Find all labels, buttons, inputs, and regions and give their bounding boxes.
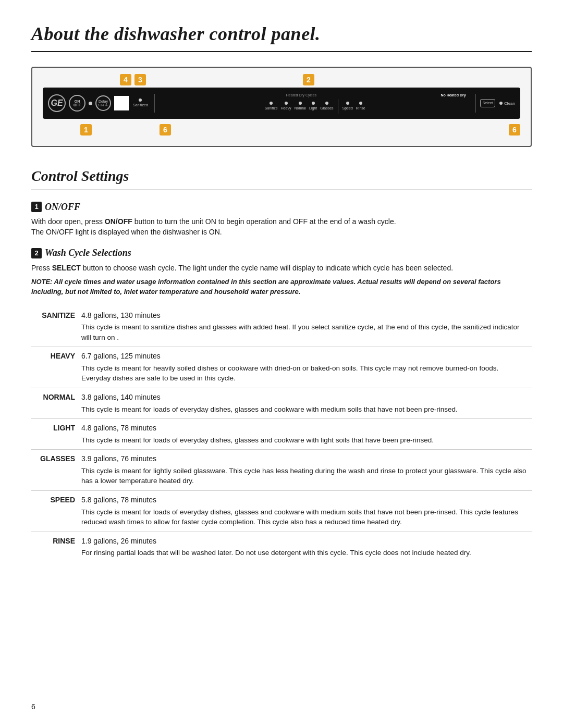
section-1-text: With door open, press ON/OFF button to t…	[31, 216, 532, 238]
sanitized-indicator: Sanitized	[133, 98, 148, 108]
cycle-name-cell: LIGHT	[31, 419, 78, 450]
cycle-desc: This cycle is meant for heavily soiled d…	[81, 363, 529, 384]
control-panel-bar: GE ON OFF Delay 1-24 Hr. Sanitized Heate…	[43, 88, 520, 119]
cycle-info-cell: 5.8 gallons, 78 minutes This cycle is me…	[78, 491, 532, 532]
cycle-desc: This cycle is meant for lightly soiled g…	[81, 466, 529, 486]
panel-right-controls: Select Clean	[480, 99, 515, 107]
cycle-controls-center: Heated Dry Cycles No Heated Dry Sanitize…	[159, 93, 471, 114]
cycle-info-cell: 6.7 gallons, 125 minutes This cycle is m…	[78, 347, 532, 388]
section-2-note: NOTE: All cycle times and water usage in…	[31, 277, 532, 297]
section-2: 2 Wash Cycle Selections Press SELECT but…	[31, 246, 532, 297]
clean-indicator: Clean	[499, 101, 515, 106]
cycle-name-cell: NORMAL	[31, 388, 78, 418]
cycle-name-cell: SPEED	[31, 491, 78, 532]
page-title: About the dishwasher control panel.	[31, 21, 532, 47]
cycle-info-cell: 3.8 gallons, 140 minutes This cycle is m…	[78, 388, 532, 418]
cycle-info-cell: 1.9 gallons, 26 minutes For rinsing part…	[78, 532, 532, 562]
table-row: GLASSES 3.9 gallons, 76 minutes This cyc…	[31, 450, 532, 491]
no-heated-dry-label: No Heated Dry	[384, 93, 466, 98]
callout-6-right: 6	[509, 124, 520, 135]
cycle-sanitize: Sanitize	[265, 102, 278, 111]
cycle-name-cell: RINSE	[31, 532, 78, 562]
cycle-glasses: Glasses	[320, 102, 333, 111]
table-row: NORMAL 3.8 gallons, 140 minutes This cyc…	[31, 388, 532, 418]
on-off-indicator-dot	[89, 102, 92, 105]
panel-small-divider	[338, 99, 338, 114]
table-row: LIGHT 4.8 gallons, 78 minutes This cycle…	[31, 419, 532, 450]
heated-dry-label: Heated Dry Cycles	[219, 93, 384, 98]
table-row: HEAVY 6.7 gallons, 125 minutes This cycl…	[31, 347, 532, 388]
section-divider	[31, 190, 532, 190]
cycle-light: Light	[309, 102, 317, 111]
cycle-stats: 4.8 gallons, 130 minutes	[81, 311, 529, 321]
cycle-stats: 6.7 gallons, 125 minutes	[81, 351, 529, 362]
title-divider	[31, 51, 532, 52]
table-row: RINSE 1.9 gallons, 26 minutes For rinsin…	[31, 532, 532, 562]
display-window	[114, 96, 129, 110]
cycle-stats: 1.9 gallons, 26 minutes	[81, 536, 529, 547]
panel-diagram: 4 3 2 GE ON OFF Delay 1-24 Hr. Sanitized	[31, 67, 532, 147]
cycle-name-cell: HEAVY	[31, 347, 78, 388]
section-heading-1: ON/OFF	[45, 201, 80, 214]
cycle-desc: This cycle is meant for loads of everyda…	[81, 435, 529, 446]
cycle-desc: This cycle is meant for loads of everyda…	[81, 507, 529, 527]
cycle-heavy: Heavy	[281, 102, 291, 111]
callout-2: 2	[303, 74, 314, 85]
callout-1: 1	[80, 124, 92, 135]
page-number: 6	[31, 702, 35, 712]
cycle-normal: Normal	[294, 102, 306, 111]
cycle-info-cell: 4.8 gallons, 130 minutes This cycle is m…	[78, 306, 532, 347]
cycle-desc: This cycle is meant to sanitize dishes a…	[81, 322, 529, 342]
cycles-row: Sanitize Heavy Normal Light Glasses	[265, 99, 365, 114]
cycle-rinse: Rinse	[356, 102, 365, 111]
panel-divider	[154, 94, 155, 113]
section-badge-2: 2	[31, 248, 42, 258]
select-button[interactable]: Select	[480, 99, 495, 107]
cycle-name-cell: GLASSES	[31, 450, 78, 491]
callout-6-left: 6	[160, 124, 171, 135]
table-row: SPEED 5.8 gallons, 78 minutes This cycle…	[31, 491, 532, 532]
delay-button[interactable]: Delay 1-24 Hr.	[95, 95, 111, 111]
cycle-stats: 3.9 gallons, 76 minutes	[81, 454, 529, 464]
panel-left-controls: GE ON OFF Delay 1-24 Hr.	[48, 94, 129, 112]
cycle-stats: 3.8 gallons, 140 minutes	[81, 392, 529, 403]
cycle-table: SANITIZE 4.8 gallons, 130 minutes This c…	[31, 306, 532, 562]
callout-3: 3	[134, 74, 146, 85]
cycle-speed: Speed	[342, 102, 353, 111]
cycle-desc: For rinsing partial loads that will be w…	[81, 548, 529, 558]
panel-divider-right	[475, 94, 476, 113]
on-off-button[interactable]: ON OFF	[69, 95, 85, 112]
section-badge-1: 1	[31, 202, 42, 212]
section-heading-2: Wash Cycle Selections	[45, 246, 131, 260]
ge-logo: GE	[48, 94, 66, 112]
cycle-stats: 4.8 gallons, 78 minutes	[81, 423, 529, 434]
control-settings-heading: Control Settings	[31, 166, 532, 186]
cycle-name-cell: SANITIZE	[31, 306, 78, 347]
table-row: SANITIZE 4.8 gallons, 130 minutes This c…	[31, 306, 532, 347]
section-1: 1 ON/OFF With door open, press ON/OFF bu…	[31, 201, 532, 238]
cycle-info-cell: 3.9 gallons, 76 minutes This cycle is me…	[78, 450, 532, 491]
callout-4: 4	[120, 74, 131, 85]
cycle-desc: This cycle is meant for loads of everyda…	[81, 404, 529, 415]
section-2-intro: Press SELECT button to choose wash cycle…	[31, 263, 532, 273]
cycle-stats: 5.8 gallons, 78 minutes	[81, 495, 529, 505]
cycle-info-cell: 4.8 gallons, 78 minutes This cycle is me…	[78, 419, 532, 450]
